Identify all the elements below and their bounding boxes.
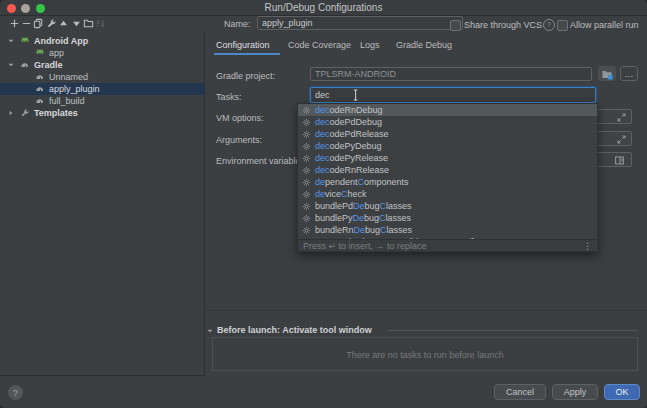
remove-button[interactable] [20,17,32,29]
completion-text-segment: dec [315,165,330,175]
completion-footer: Press ↵ to insert, → to replace ⋮ [298,239,597,251]
edit-env-vars-button[interactable] [611,154,627,166]
apply-button[interactable]: Apply [552,384,598,400]
tab-configuration[interactable]: Configuration [216,40,270,50]
android-icon [20,36,30,46]
tree-item-label: Unnamed [49,72,88,82]
completion-text-segment: dec [315,141,330,151]
name-input[interactable] [257,16,463,30]
tree-item-label: Templates [34,108,78,118]
tree-item-gradle[interactable]: Gradle [0,59,204,71]
completion-item[interactable]: decodePyRelease [298,152,597,164]
chevron-down-icon[interactable] [7,61,15,69]
edit-templates-button[interactable] [45,17,57,29]
wrench-icon [20,108,30,118]
new-folder-button[interactable] [82,17,94,29]
gradle-project-field[interactable]: TPLSRM-ANDROID [310,67,592,81]
chevron-right-icon[interactable] [7,109,15,117]
active-tab-underline [214,53,280,55]
ibeam-cursor [352,89,359,101]
allow-parallel-checkbox[interactable] [557,20,568,31]
tree-item-app[interactable]: app [0,47,204,59]
completion-text-segment: odePyDebug [330,141,382,151]
collapse-chevron-icon[interactable] [206,327,214,335]
completion-item[interactable]: dependentComponents [298,176,597,188]
more-options-icon[interactable]: ⋮ [583,241,592,251]
choose-gradle-project-button[interactable] [598,66,616,81]
gear-icon [302,106,311,115]
completion-text-segment: De [354,225,366,235]
configurations-tree: Android AppappGradleUnnamedapply_pluginf… [0,32,205,376]
completion-text-segment: dec [315,105,330,115]
tree-item-unnamed[interactable]: Unnamed [0,71,204,83]
gear-icon [302,118,311,127]
completion-text-segment: odeRnDebug [330,105,383,115]
window-title: Run/Debug Configurations [0,2,647,13]
expand-vm-options-button[interactable] [613,111,629,123]
completion-item[interactable]: decodePdRelease [298,128,597,140]
chevron-down-icon[interactable] [7,37,15,45]
completion-item[interactable]: bundlePyDebugClasses [298,212,597,224]
completion-text-segment: lasses [387,225,413,235]
completion-item[interactable]: decodeRnDebug [298,104,597,116]
gear-icon [302,190,311,199]
vcs-help-icon[interactable]: ? [543,19,555,31]
tree-item-android-app[interactable]: Android App [0,35,204,47]
completion-text-segment: dec [315,117,330,127]
ok-button[interactable]: OK [604,384,640,400]
gear-icon [302,214,311,223]
tree-item-full-build[interactable]: full_build [0,95,204,107]
arguments-label: Arguments: [216,135,262,145]
expand-icon [616,134,627,145]
completion-text-segment: odePdDebug [330,117,383,127]
tree-item-apply-plugin[interactable]: apply_plugin [0,83,204,95]
tree-item-templates[interactable]: Templates [0,107,204,119]
add-button[interactable] [8,17,20,29]
folder-icon [601,68,613,80]
tree-item-label: Android App [34,36,88,46]
move-down-button[interactable] [70,17,82,29]
completion-text-segment: pendent [325,177,358,187]
completion-text-segment: bundleRn [315,225,354,235]
content-divider [205,310,647,311]
share-vcs-checkbox[interactable] [450,20,461,31]
completion-text-segment: dec [315,153,330,163]
list-panel-icon [614,155,625,166]
completion-text-segment: bundlePd [315,201,353,211]
vm-options-label: VM options: [216,113,264,123]
cancel-button[interactable]: Cancel [494,384,546,400]
completion-item[interactable]: decodePdDebug [298,116,597,128]
completion-item[interactable]: bundleRnDebugClasses [298,224,597,236]
expand-arguments-button[interactable] [613,133,629,145]
before-launch-empty-text: There are no tasks to run before launch [213,350,637,360]
share-vcs-label: Share through VCS [464,20,542,30]
completion-item[interactable]: decodeRnRelease [298,164,597,176]
completion-item[interactable]: bundlePdDebugClasses [298,200,597,212]
gradle-icon [35,96,45,106]
completion-text-segment: odePyRelease [330,153,389,163]
copy-button[interactable] [33,17,45,29]
gradle-icon [35,72,45,82]
tab-gradle-debug[interactable]: Gradle Debug [396,40,452,50]
completion-text-segment: bug [365,201,380,211]
sort-configurations-button [95,17,107,29]
completion-item[interactable]: decodePyDebug [298,140,597,152]
completion-list: decodeRnDebugdecodePdDebugdecodePdReleas… [298,104,597,239]
task-completion-popup: decodeRnDebugdecodePdDebugdecodePdReleas… [297,103,598,252]
completion-text-segment: dec [315,129,330,139]
gradle-project-label: Gradle project: [216,71,275,81]
completion-item[interactable]: deviceCheck [298,188,597,200]
before-launch-list[interactable]: There are no tasks to run before launch [212,337,638,371]
tab-logs[interactable]: Logs [360,40,380,50]
move-up-button[interactable] [58,17,70,29]
gear-icon [302,166,311,175]
tab-code-coverage[interactable]: Code Coverage [288,40,351,50]
completion-text-segment: bug [364,213,379,223]
gear-icon [302,142,311,151]
completion-text-segment: De [353,213,365,223]
help-button[interactable]: ? [8,385,23,400]
browse-button[interactable]: … [620,66,638,81]
gradle-icon [20,60,30,70]
completion-text-segment: lasses [386,213,412,223]
completion-text-segment: De [353,201,365,211]
